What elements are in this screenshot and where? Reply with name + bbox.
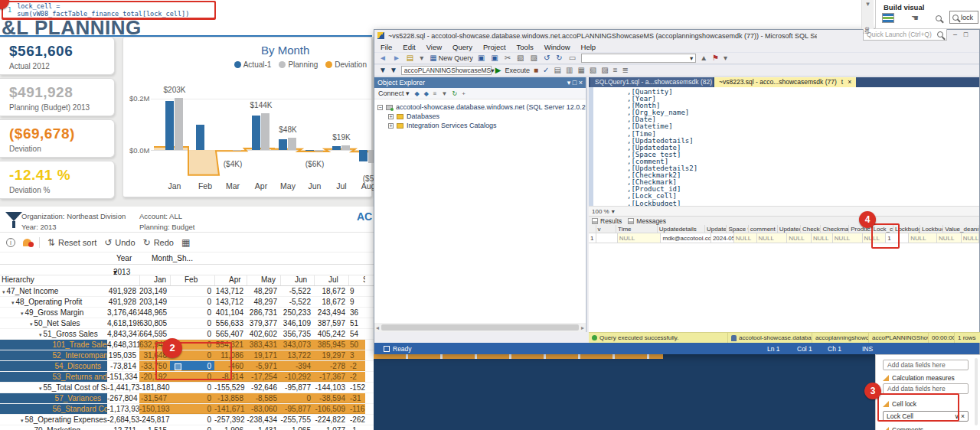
oe-tool-icon[interactable]: ↻ bbox=[452, 90, 457, 97]
cell-may[interactable]: -83,060 bbox=[247, 404, 280, 414]
results-cell[interactable]: NULL bbox=[937, 233, 962, 243]
cell-jun[interactable]: 356,735 bbox=[280, 329, 314, 339]
cell-apr[interactable]: 401,104 bbox=[214, 308, 247, 318]
oe-tool-icon[interactable]: ≡ bbox=[433, 90, 437, 97]
scrollbar-thumb[interactable] bbox=[381, 324, 579, 331]
results-column-header[interactable]: Time bbox=[616, 225, 658, 233]
cell-jun[interactable]: 13,722 bbox=[280, 350, 314, 360]
tree-node-folder[interactable]: + Databases bbox=[377, 112, 586, 121]
oe-tool-icon[interactable]: ▼ bbox=[442, 90, 448, 97]
results-column-header[interactable]: Updatedate bbox=[705, 225, 727, 233]
connect-button[interactable]: Connect ▾ bbox=[378, 90, 410, 97]
cell-jul[interactable]: -38,594 bbox=[314, 393, 348, 403]
pin-icon[interactable]: t bbox=[841, 78, 843, 87]
fields-search-input[interactable]: lock bbox=[949, 11, 978, 24]
cell-total[interactable]: -2,684,533 bbox=[107, 415, 139, 425]
qa-search-icon[interactable] bbox=[936, 15, 942, 21]
undo-button[interactable]: ↺Undo bbox=[104, 237, 135, 248]
cell-may[interactable]: -5,971 bbox=[247, 361, 280, 371]
kpi-card[interactable]: $491,928 Planning (Budget) 2013 bbox=[0, 78, 115, 116]
cell-jan[interactable]: 203,149 bbox=[139, 297, 170, 307]
results-cell[interactable]: NULL bbox=[757, 233, 788, 243]
cell-sep[interactable]: 36 bbox=[348, 308, 365, 318]
cell-jun[interactable]: 346,109 bbox=[280, 318, 314, 328]
cell-jul[interactable]: 18,672 bbox=[314, 286, 348, 296]
matrix-col-month[interactable]: Month_Sh... bbox=[152, 254, 193, 262]
hierarchy-cell[interactable]: ▾51_Gross Sales bbox=[0, 329, 107, 339]
toolbar-icon[interactable]: ■ bbox=[534, 66, 538, 75]
bar-actual-Aug[interactable] bbox=[359, 150, 368, 161]
bar-planning-Mar[interactable] bbox=[233, 150, 241, 151]
by-month-chart[interactable]: By Month Actual-1 Planning Deviation bbox=[122, 37, 372, 197]
cell-jan[interactable]: -181,840 bbox=[139, 383, 170, 393]
cell-total[interactable]: -73,814 bbox=[107, 361, 139, 371]
results-column-header[interactable]: Lockbudget_int bbox=[920, 225, 943, 233]
cell-total[interactable]: 491,928 bbox=[107, 297, 139, 307]
cell-apr[interactable]: 143,712 bbox=[214, 297, 247, 307]
cell-jul[interactable]: -144,103 bbox=[314, 383, 348, 393]
info-icon[interactable]: i bbox=[6, 238, 15, 247]
tree-node-server[interactable]: − accotool-showcase.database.windows.net… bbox=[377, 103, 586, 112]
toolbar-icon[interactable]: ▣ bbox=[491, 54, 499, 63]
object-explorer-header[interactable]: Object Explorer ▾ □ × bbox=[374, 77, 586, 88]
toolbar-icon[interactable]: ▣ bbox=[478, 54, 486, 63]
kpi-card[interactable]: $561,606 Actual 2012 bbox=[0, 37, 115, 75]
code-area[interactable]: ,[Quantity],[Year],[Month],[Org_key_name… bbox=[589, 87, 979, 206]
cell-jan[interactable]: -150,193 bbox=[139, 404, 170, 414]
results-column-header[interactable] bbox=[589, 225, 596, 233]
cell-sep[interactable]: -2 bbox=[348, 372, 365, 382]
minimize-button[interactable]: – bbox=[951, 31, 959, 39]
matrix-col-year[interactable]: Year bbox=[116, 254, 132, 262]
close-icon[interactable]: × bbox=[848, 78, 851, 87]
menu-item[interactable]: Edit bbox=[403, 43, 415, 51]
menu-item[interactable]: File bbox=[381, 43, 392, 51]
reset-sort-button[interactable]: ⇅Reset sort bbox=[47, 237, 96, 248]
cell-sep[interactable]: -1 bbox=[348, 425, 365, 430]
toolbar-combo[interactable]: ▾ bbox=[581, 54, 696, 63]
cell-may[interactable]: -17,254 bbox=[247, 372, 280, 382]
hierarchy-cell[interactable]: ▾70_Marketing bbox=[0, 425, 107, 430]
cell-jul[interactable]: -106,509 bbox=[314, 404, 348, 414]
zoom-level[interactable]: 100 % bbox=[592, 208, 609, 215]
cell-sep[interactable]: 9 bbox=[348, 286, 365, 296]
cell-jun[interactable]: -5,522 bbox=[280, 286, 314, 296]
cell-jun[interactable]: -255,755 bbox=[280, 415, 314, 425]
expand-icon[interactable]: + bbox=[388, 114, 394, 119]
cell-total[interactable]: 3,176,461 bbox=[107, 308, 139, 318]
cell-sep[interactable]: -262 bbox=[348, 415, 365, 425]
tab-results[interactable]: Results bbox=[592, 217, 622, 225]
cell-may[interactable]: -1,431 bbox=[247, 425, 280, 430]
cell-total[interactable]: -1,173,934 bbox=[107, 404, 139, 414]
cell-jul[interactable]: 387,597 bbox=[314, 318, 348, 328]
cell-jul[interactable]: -17,367 bbox=[314, 372, 348, 382]
month-header-cell[interactable]: Jun bbox=[280, 275, 314, 285]
menu-item[interactable]: Window bbox=[544, 43, 570, 51]
bar-planning-Jan[interactable] bbox=[175, 98, 183, 150]
cell-jul[interactable]: 19,297 bbox=[314, 350, 348, 360]
oe-tool-icon[interactable]: ◆ bbox=[415, 90, 420, 97]
cell-sep[interactable]: 51 bbox=[348, 318, 365, 328]
bar-actual-May[interactable] bbox=[279, 139, 287, 150]
tab-vs8223[interactable]: ~vs8223.sql - acco...showcasemsdk (77)t× bbox=[714, 77, 856, 87]
results-column-header[interactable]: Checkmark bbox=[821, 225, 849, 233]
cell-feb[interactable]: 0 bbox=[170, 297, 214, 307]
toolbar-icon[interactable]: ↺ bbox=[544, 54, 551, 63]
cell-apr[interactable]: 143,712 bbox=[214, 286, 247, 296]
tab-sqlquery1[interactable]: SQLQuery1.sql - a...showcasemsdk (82) bbox=[590, 77, 713, 87]
bar-planning-May[interactable] bbox=[288, 138, 296, 150]
toolbar-icon[interactable]: ▨ bbox=[531, 54, 539, 63]
expand-icon[interactable]: + bbox=[388, 123, 394, 129]
menu-item[interactable]: Project bbox=[483, 43, 506, 51]
results-column-header[interactable]: Value_deann bbox=[943, 225, 979, 233]
cell-may[interactable]: 48,297 bbox=[247, 297, 280, 307]
toolbar-icon[interactable]: ≡ bbox=[613, 66, 618, 75]
cell-jun[interactable]: 250,233 bbox=[280, 308, 314, 318]
hierarchy-cell[interactable]: ▾55_Total Cost of Sales bbox=[0, 383, 107, 393]
cell-jan[interactable]: -1,515 bbox=[139, 425, 170, 430]
cell-jul[interactable]: 243,494 bbox=[314, 308, 348, 318]
month-header-cell[interactable]: Jul bbox=[314, 275, 348, 285]
toolbar-icon[interactable]: ✂ bbox=[505, 54, 512, 63]
results-cell[interactable]: NULL bbox=[787, 233, 812, 243]
bar-planning-Jul[interactable] bbox=[341, 145, 350, 150]
cell-apr[interactable]: -257,392 bbox=[214, 415, 247, 425]
